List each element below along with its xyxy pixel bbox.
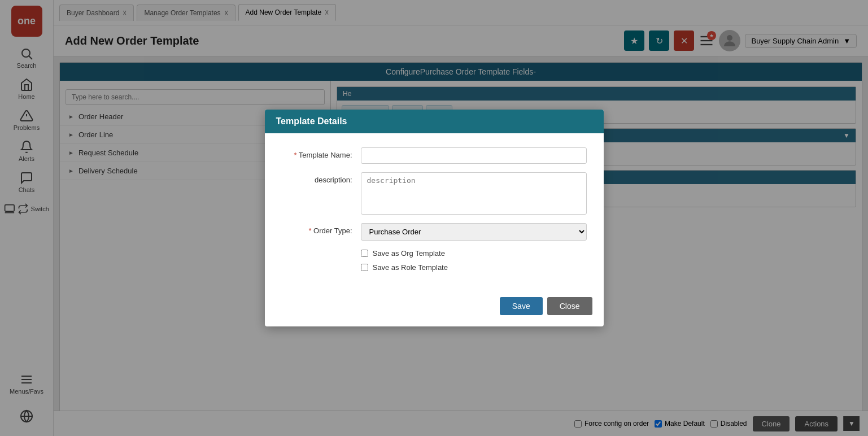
save-role-template-checkbox[interactable] [361, 264, 368, 271]
modal-body: * Template Name: description: * Order Ty… [265, 133, 604, 291]
description-row: description: [282, 172, 587, 215]
modal-overlay: Template Details * Template Name: descri… [0, 0, 868, 436]
template-details-modal: Template Details * Template Name: descri… [265, 110, 604, 326]
description-textarea[interactable] [361, 172, 587, 215]
save-org-template-label[interactable]: Save as Org Template [373, 249, 445, 258]
save-org-template-row: Save as Org Template [282, 249, 587, 258]
order-type-select[interactable]: Purchase Order Sales Order Transfer Orde… [361, 223, 587, 241]
modal-footer: Save Close [265, 291, 604, 326]
order-type-row: * Order Type: Purchase Order Sales Order… [282, 223, 587, 241]
order-type-label: * Order Type: [282, 223, 361, 235]
template-name-row: * Template Name: [282, 147, 587, 164]
modal-title: Template Details [276, 116, 347, 126]
save-org-template-checkbox[interactable] [361, 250, 368, 257]
save-role-template-row: Save as Role Template [282, 263, 587, 272]
description-label: description: [282, 172, 361, 184]
template-name-input[interactable] [361, 147, 587, 164]
template-name-label: * Template Name: [282, 147, 361, 159]
modal-header: Template Details [265, 110, 604, 133]
save-role-template-label[interactable]: Save as Role Template [373, 263, 448, 272]
modal-save-button[interactable]: Save [500, 297, 543, 315]
modal-close-button[interactable]: Close [547, 297, 592, 315]
